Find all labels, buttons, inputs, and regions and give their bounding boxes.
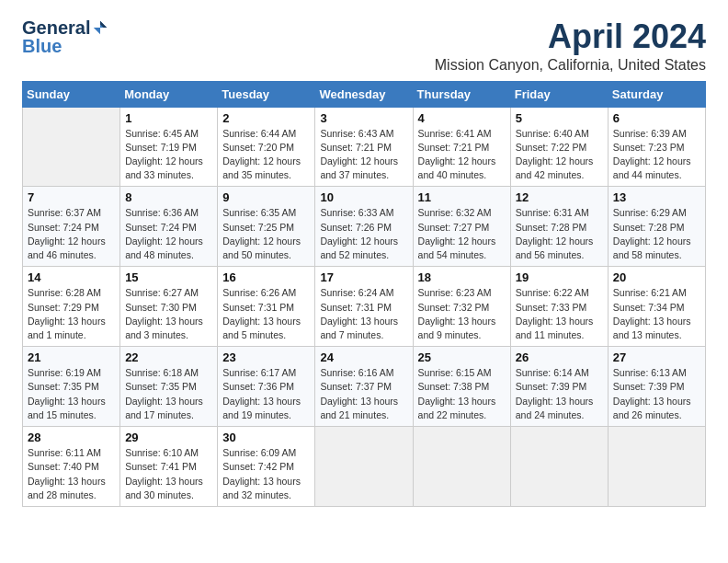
calendar-cell: 22Sunrise: 6:18 AMSunset: 7:35 PMDayligh… xyxy=(120,347,218,427)
location-title: Mission Canyon, California, United State… xyxy=(435,57,706,74)
calendar-cell: 3Sunrise: 6:43 AMSunset: 7:21 PMDaylight… xyxy=(315,107,413,187)
week-row-5: 28Sunrise: 6:11 AMSunset: 7:40 PMDayligh… xyxy=(23,427,706,507)
day-info: Sunrise: 6:24 AMSunset: 7:31 PMDaylight:… xyxy=(320,286,407,342)
calendar-cell: 14Sunrise: 6:28 AMSunset: 7:29 PMDayligh… xyxy=(23,267,120,347)
day-number: 11 xyxy=(418,190,506,204)
day-info: Sunrise: 6:36 AMSunset: 7:24 PMDaylight:… xyxy=(125,206,212,262)
calendar-cell: 28Sunrise: 6:11 AMSunset: 7:40 PMDayligh… xyxy=(23,427,120,507)
day-info: Sunrise: 6:41 AMSunset: 7:21 PMDaylight:… xyxy=(418,127,506,183)
title-area: April 2024 Mission Canyon, California, U… xyxy=(435,18,706,74)
day-number: 1 xyxy=(125,111,212,125)
weekday-header-saturday: Saturday xyxy=(608,81,705,107)
week-row-2: 7Sunrise: 6:37 AMSunset: 7:24 PMDaylight… xyxy=(23,187,706,267)
day-info: Sunrise: 6:32 AMSunset: 7:27 PMDaylight:… xyxy=(418,206,506,262)
calendar-cell xyxy=(510,427,608,507)
day-number: 20 xyxy=(613,270,700,284)
day-number: 2 xyxy=(222,111,310,125)
day-number: 10 xyxy=(320,190,407,204)
day-info: Sunrise: 6:40 AMSunset: 7:22 PMDaylight:… xyxy=(516,127,603,183)
day-number: 3 xyxy=(320,111,407,125)
calendar-cell: 5Sunrise: 6:40 AMSunset: 7:22 PMDaylight… xyxy=(510,107,608,187)
day-info: Sunrise: 6:44 AMSunset: 7:20 PMDaylight:… xyxy=(222,127,310,183)
calendar-cell: 18Sunrise: 6:23 AMSunset: 7:32 PMDayligh… xyxy=(413,267,510,347)
day-info: Sunrise: 6:39 AMSunset: 7:23 PMDaylight:… xyxy=(613,127,700,183)
day-number: 29 xyxy=(125,431,212,444)
day-number: 9 xyxy=(222,190,310,204)
calendar-cell: 26Sunrise: 6:14 AMSunset: 7:39 PMDayligh… xyxy=(510,347,608,427)
day-info: Sunrise: 6:11 AMSunset: 7:40 PMDaylight:… xyxy=(28,446,115,502)
calendar-cell: 17Sunrise: 6:24 AMSunset: 7:31 PMDayligh… xyxy=(315,267,413,347)
calendar-cell: 27Sunrise: 6:13 AMSunset: 7:39 PMDayligh… xyxy=(608,347,705,427)
day-number: 15 xyxy=(125,270,212,284)
day-number: 8 xyxy=(125,190,212,204)
day-number: 19 xyxy=(516,270,603,284)
day-number: 6 xyxy=(613,111,700,125)
day-info: Sunrise: 6:19 AMSunset: 7:35 PMDaylight:… xyxy=(28,366,115,422)
week-row-1: 1Sunrise: 6:45 AMSunset: 7:19 PMDaylight… xyxy=(23,107,706,187)
logo-icon xyxy=(92,19,108,36)
day-number: 13 xyxy=(613,190,700,204)
day-info: Sunrise: 6:27 AMSunset: 7:30 PMDaylight:… xyxy=(125,286,212,342)
calendar-cell: 20Sunrise: 6:21 AMSunset: 7:34 PMDayligh… xyxy=(608,267,705,347)
calendar-cell: 29Sunrise: 6:10 AMSunset: 7:41 PMDayligh… xyxy=(120,427,218,507)
calendar-cell: 19Sunrise: 6:22 AMSunset: 7:33 PMDayligh… xyxy=(510,267,608,347)
calendar-cell: 1Sunrise: 6:45 AMSunset: 7:19 PMDaylight… xyxy=(120,107,218,187)
calendar-cell: 2Sunrise: 6:44 AMSunset: 7:20 PMDaylight… xyxy=(218,107,315,187)
day-number: 17 xyxy=(320,270,407,284)
weekday-header-wednesday: Wednesday xyxy=(315,81,413,107)
day-info: Sunrise: 6:14 AMSunset: 7:39 PMDaylight:… xyxy=(516,366,603,422)
day-number: 4 xyxy=(418,111,506,125)
calendar-cell xyxy=(23,107,120,187)
day-number: 24 xyxy=(320,350,407,364)
day-info: Sunrise: 6:23 AMSunset: 7:32 PMDaylight:… xyxy=(418,286,506,342)
day-number: 14 xyxy=(28,270,115,284)
day-number: 23 xyxy=(222,350,310,364)
day-info: Sunrise: 6:10 AMSunset: 7:41 PMDaylight:… xyxy=(125,446,212,502)
logo-general-text: General xyxy=(22,18,90,37)
weekday-header-monday: Monday xyxy=(120,81,218,107)
weekday-header-friday: Friday xyxy=(510,81,608,107)
calendar-cell: 16Sunrise: 6:26 AMSunset: 7:31 PMDayligh… xyxy=(218,267,315,347)
day-number: 16 xyxy=(222,270,310,284)
weekday-header-thursday: Thursday xyxy=(413,81,510,107)
day-number: 21 xyxy=(28,350,115,364)
calendar-cell: 11Sunrise: 6:32 AMSunset: 7:27 PMDayligh… xyxy=(413,187,510,267)
day-info: Sunrise: 6:26 AMSunset: 7:31 PMDaylight:… xyxy=(222,286,310,342)
day-info: Sunrise: 6:28 AMSunset: 7:29 PMDaylight:… xyxy=(28,286,115,342)
calendar-cell xyxy=(315,427,413,507)
calendar-cell: 15Sunrise: 6:27 AMSunset: 7:30 PMDayligh… xyxy=(120,267,218,347)
day-number: 12 xyxy=(516,190,603,204)
day-number: 27 xyxy=(613,350,700,364)
calendar-cell: 21Sunrise: 6:19 AMSunset: 7:35 PMDayligh… xyxy=(23,347,120,427)
header: General Blue April 2024 Mission Canyon, … xyxy=(22,18,706,74)
day-info: Sunrise: 6:45 AMSunset: 7:19 PMDaylight:… xyxy=(125,127,212,183)
calendar-cell: 13Sunrise: 6:29 AMSunset: 7:28 PMDayligh… xyxy=(608,187,705,267)
logo: General Blue xyxy=(22,18,108,55)
week-row-4: 21Sunrise: 6:19 AMSunset: 7:35 PMDayligh… xyxy=(23,347,706,427)
calendar-cell xyxy=(608,427,705,507)
day-number: 30 xyxy=(222,431,310,444)
week-row-3: 14Sunrise: 6:28 AMSunset: 7:29 PMDayligh… xyxy=(23,267,706,347)
calendar-cell: 10Sunrise: 6:33 AMSunset: 7:26 PMDayligh… xyxy=(315,187,413,267)
day-info: Sunrise: 6:21 AMSunset: 7:34 PMDaylight:… xyxy=(613,286,700,342)
calendar-cell: 7Sunrise: 6:37 AMSunset: 7:24 PMDaylight… xyxy=(23,187,120,267)
calendar-cell: 12Sunrise: 6:31 AMSunset: 7:28 PMDayligh… xyxy=(510,187,608,267)
day-info: Sunrise: 6:18 AMSunset: 7:35 PMDaylight:… xyxy=(125,366,212,422)
calendar-cell: 9Sunrise: 6:35 AMSunset: 7:25 PMDaylight… xyxy=(218,187,315,267)
day-number: 25 xyxy=(418,350,506,364)
day-number: 5 xyxy=(516,111,603,125)
day-info: Sunrise: 6:13 AMSunset: 7:39 PMDaylight:… xyxy=(613,366,700,422)
day-number: 22 xyxy=(125,350,212,364)
calendar-cell: 23Sunrise: 6:17 AMSunset: 7:36 PMDayligh… xyxy=(218,347,315,427)
day-info: Sunrise: 6:16 AMSunset: 7:37 PMDaylight:… xyxy=(320,366,407,422)
weekday-header-sunday: Sunday xyxy=(23,81,120,107)
day-number: 18 xyxy=(418,270,506,284)
day-info: Sunrise: 6:37 AMSunset: 7:24 PMDaylight:… xyxy=(28,206,115,262)
weekday-header-tuesday: Tuesday xyxy=(218,81,315,107)
calendar-cell: 25Sunrise: 6:15 AMSunset: 7:38 PMDayligh… xyxy=(413,347,510,427)
day-info: Sunrise: 6:09 AMSunset: 7:42 PMDaylight:… xyxy=(222,446,310,502)
logo-blue-text: Blue xyxy=(22,37,62,55)
calendar-cell: 8Sunrise: 6:36 AMSunset: 7:24 PMDaylight… xyxy=(120,187,218,267)
day-info: Sunrise: 6:29 AMSunset: 7:28 PMDaylight:… xyxy=(613,206,700,262)
day-info: Sunrise: 6:17 AMSunset: 7:36 PMDaylight:… xyxy=(222,366,310,422)
